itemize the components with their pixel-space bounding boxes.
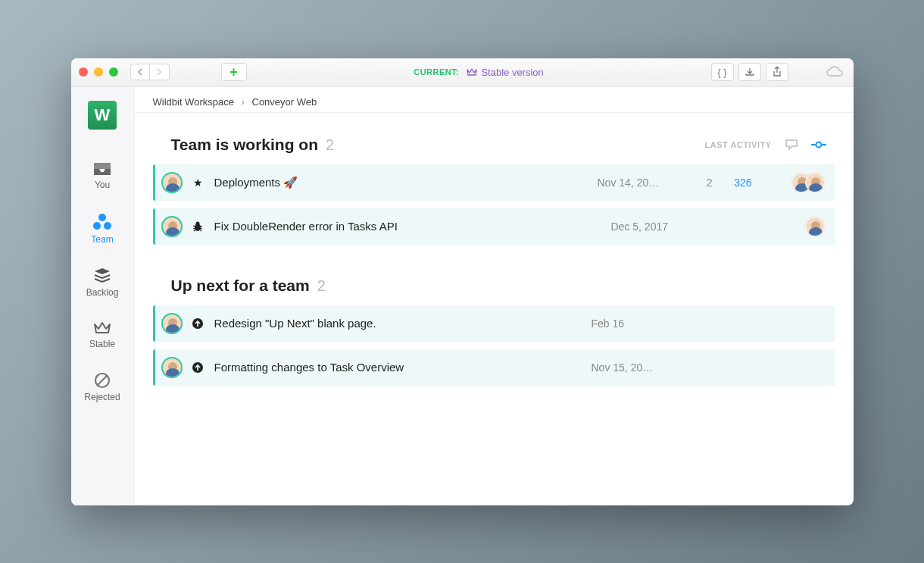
svg-point-9 xyxy=(195,221,199,225)
svg-point-6 xyxy=(816,142,821,147)
task-date: Feb 16 xyxy=(592,317,675,330)
sidebar-item-you[interactable]: You xyxy=(71,154,134,198)
author-avatar xyxy=(161,172,183,193)
breadcrumb-project[interactable]: Conveyor Web xyxy=(252,96,317,108)
commits-view-toggle[interactable] xyxy=(811,141,826,149)
stack-icon xyxy=(93,267,111,284)
traffic-lights xyxy=(79,67,118,77)
ban-icon xyxy=(94,372,111,389)
task-date: Nov 14, 20… xyxy=(598,177,681,189)
chevron-left-icon xyxy=(137,68,143,76)
section-count-upnext: 2 xyxy=(317,277,326,295)
version-selector[interactable]: Stable version xyxy=(467,67,543,78)
sidebar-label-stable: Stable xyxy=(89,339,115,349)
window-body: W You Team Backlog xyxy=(71,87,854,505)
task-list-working: ★ Deployments 🚀 Nov 14, 20… 2 326 xyxy=(153,164,835,245)
task-title: Deployments 🚀 xyxy=(214,176,588,189)
breadcrumb-workspace[interactable]: Wildbit Workspace xyxy=(153,96,234,108)
task-list-upnext: Redesign "Up Next" blank page. Feb 16 Fo… xyxy=(153,305,835,386)
bug-icon xyxy=(192,221,205,233)
titlebar-center: CURRENT: Stable version xyxy=(253,67,705,78)
task-title: Redesign "Up Next" blank page. xyxy=(214,317,582,330)
nav-back-button[interactable] xyxy=(130,64,150,80)
crown-icon xyxy=(467,67,477,77)
workspace-logo[interactable]: W xyxy=(88,101,117,130)
sidebar: W You Team Backlog xyxy=(71,87,135,505)
author-avatar xyxy=(161,357,183,378)
breadcrumb-separator: › xyxy=(242,96,245,108)
window-close-button[interactable] xyxy=(79,67,88,77)
commit-node-icon xyxy=(811,141,826,149)
svg-line-14 xyxy=(194,230,195,231)
cloud-sync-button[interactable] xyxy=(823,63,846,81)
svg-point-2 xyxy=(104,222,111,230)
sidebar-item-team[interactable]: Team xyxy=(71,205,134,252)
current-label: CURRENT: xyxy=(414,67,459,77)
nav-arrows xyxy=(130,64,170,80)
assignee-avatars xyxy=(791,173,825,192)
task-title: Formatting changes to Task Overview xyxy=(214,361,582,374)
chevron-right-icon xyxy=(156,68,162,76)
section-title-working: Team is working on xyxy=(171,136,318,154)
main-panel: Wildbit Workspace › Conveyor Web Team is… xyxy=(135,87,854,505)
author-avatar xyxy=(161,216,183,237)
assignee-avatar xyxy=(805,173,825,192)
task-date: Nov 15, 20… xyxy=(592,361,675,374)
sort-last-activity[interactable]: LAST ACTIVITY xyxy=(705,140,772,149)
section-count-working: 2 xyxy=(326,136,334,154)
task-row[interactable]: Formatting changes to Task Overview Nov … xyxy=(153,349,835,386)
section-title-upnext: Up next for a team xyxy=(171,277,310,295)
share-button[interactable] xyxy=(766,63,788,81)
arrow-up-circle-icon xyxy=(192,361,205,374)
section-header-working: Team is working on 2 LAST ACTIVITY xyxy=(171,136,835,154)
task-comments-count: 2 xyxy=(690,177,713,189)
svg-line-15 xyxy=(200,230,201,231)
task-date: Dec 5, 2017 xyxy=(611,221,695,233)
braces-icon: { } xyxy=(717,67,726,78)
toolbar-right: { } xyxy=(711,63,846,81)
task-row[interactable]: Fix DoubleRender error in Tasks API Dec … xyxy=(153,208,835,245)
sidebar-item-stable[interactable]: Stable xyxy=(71,313,134,357)
window-maximize-button[interactable] xyxy=(109,67,118,77)
plus-icon: + xyxy=(229,64,238,80)
sidebar-item-rejected[interactable]: Rejected xyxy=(71,364,134,410)
svg-point-1 xyxy=(93,222,101,230)
task-commits-count: 326 xyxy=(722,177,752,189)
share-icon xyxy=(772,67,782,77)
cloud-icon xyxy=(826,66,843,78)
app-window: + CURRENT: Stable version { } xyxy=(71,58,854,505)
add-button[interactable]: + xyxy=(221,63,247,81)
nav-forward-button[interactable] xyxy=(150,64,170,80)
team-icon xyxy=(92,213,113,231)
assignee-avatars xyxy=(805,217,825,236)
task-row[interactable]: Redesign "Up Next" blank page. Feb 16 xyxy=(153,305,835,342)
task-row[interactable]: ★ Deployments 🚀 Nov 14, 20… 2 326 xyxy=(153,164,835,201)
titlebar: + CURRENT: Stable version { } xyxy=(71,58,854,87)
sidebar-label-you: You xyxy=(95,180,110,190)
sidebar-item-backlog[interactable]: Backlog xyxy=(71,260,134,305)
svg-point-0 xyxy=(98,214,106,221)
download-button[interactable] xyxy=(738,63,761,81)
task-title: Fix DoubleRender error in Tasks API xyxy=(214,220,602,233)
crown-outline-icon xyxy=(93,321,111,336)
comments-view-toggle[interactable] xyxy=(785,139,798,150)
window-minimize-button[interactable] xyxy=(94,67,103,77)
breadcrumb: Wildbit Workspace › Conveyor Web xyxy=(135,87,854,113)
svg-line-4 xyxy=(98,376,107,385)
author-avatar xyxy=(161,313,183,334)
comment-icon xyxy=(785,139,798,150)
sidebar-label-backlog: Backlog xyxy=(86,287,119,298)
inbox-icon xyxy=(92,161,112,177)
sidebar-label-team: Team xyxy=(91,234,113,245)
section-header-upnext: Up next for a team 2 xyxy=(171,277,835,295)
assignee-avatar xyxy=(805,217,825,236)
sidebar-label-rejected: Rejected xyxy=(84,392,120,402)
version-label-text: Stable version xyxy=(481,67,543,78)
content: Team is working on 2 LAST ACTIVITY xyxy=(135,113,854,433)
code-view-button[interactable]: { } xyxy=(711,63,734,81)
star-icon: ★ xyxy=(192,177,205,189)
arrow-up-circle-icon xyxy=(192,317,205,330)
download-tray-icon xyxy=(745,67,755,77)
